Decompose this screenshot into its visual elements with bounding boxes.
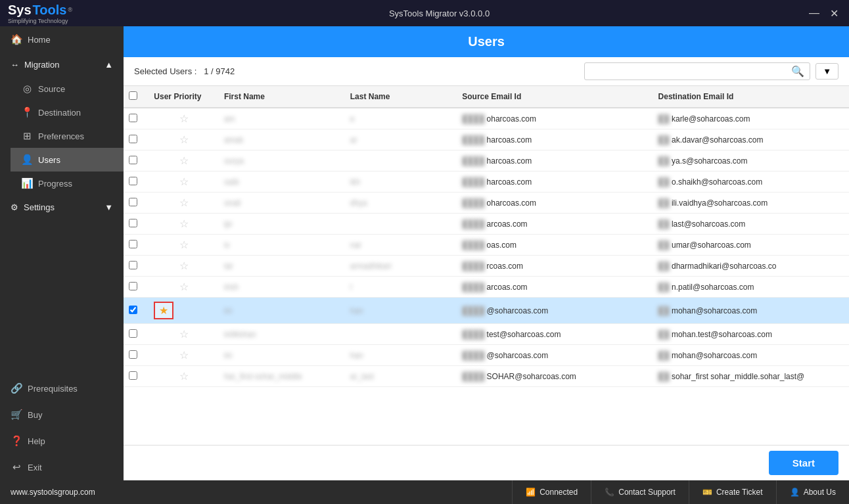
row-checkbox[interactable] <box>129 371 137 380</box>
table-body: ☆ame████ oharcoas.com██ karle@soharcoas.… <box>124 108 849 387</box>
dropdown-button[interactable]: ▼ <box>815 63 838 80</box>
sidebar-item-destination[interactable]: 📍 Destination <box>11 101 124 124</box>
sidebar-item-buy[interactable]: 🛒 Buy <box>0 401 124 428</box>
source-email-cell: ████ oharcoas.com <box>457 108 653 129</box>
prerequisites-icon: 🔗 <box>11 382 22 394</box>
star-icon[interactable]: ☆ <box>179 281 189 293</box>
col-header-check <box>124 86 149 108</box>
dest-email-cell: ██ ak.davar@soharcoas.com <box>653 129 849 150</box>
source-email-cell: ████ harcoas.com <box>457 129 653 150</box>
status-website: www.systoolsgroup.com <box>0 480 512 504</box>
priority-cell: ☆ <box>149 277 219 298</box>
search-icon: 🔍 <box>791 65 804 78</box>
start-button[interactable]: Start <box>769 451 838 475</box>
star-icon[interactable]: ☆ <box>179 370 189 382</box>
logo-tagline: Simplifying Technology <box>8 18 68 24</box>
first-name-cell: onali <box>219 193 345 214</box>
sidebar-preferences-label: Preferences <box>38 131 84 141</box>
sidebar-settings-header[interactable]: ⚙ Settings ▼ <box>0 195 124 219</box>
last-name-cell: armadhikari <box>345 256 457 277</box>
table-row: ☆lpi████ arcoas.com██ last@soharcoas.com <box>124 214 849 235</box>
sidebar-item-help[interactable]: ❓ Help <box>0 428 124 454</box>
dest-email-cell: ██ n.patil@soharcoas.com <box>653 277 849 298</box>
row-checkbox[interactable] <box>129 329 137 338</box>
row-checkbox[interactable] <box>129 156 137 164</box>
sidebar-migration-header[interactable]: ↔ Migration ▲ <box>0 53 124 77</box>
app-body: 🏠 Home ↔ Migration ▲ ◎ Source 📍 Destinat… <box>0 26 849 480</box>
window-controls: — ✕ <box>806 7 841 20</box>
table-row: ☆har_first sohar_middlear_last████ SOHAR… <box>124 366 849 387</box>
row-checkbox[interactable] <box>129 114 137 122</box>
status-about-us[interactable]: 👤 About Us <box>776 480 849 504</box>
first-name-cell: tal <box>219 256 345 277</box>
star-icon[interactable]: ☆ <box>179 260 189 272</box>
sidebar-item-home[interactable]: 🏠 Home <box>0 26 124 53</box>
sidebar-item-preferences[interactable]: ⊞ Preferences <box>11 124 124 148</box>
search-input[interactable] <box>590 66 787 76</box>
dest-email-cell: ██ last@soharcoas.com <box>653 214 849 235</box>
sidebar-item-prerequisites[interactable]: 🔗 Prerequisites <box>0 375 124 401</box>
source-icon: ◎ <box>21 83 33 95</box>
first-name-cell: irish <box>219 277 345 298</box>
start-bar: Start <box>124 445 849 480</box>
sidebar-source-label: Source <box>38 84 65 94</box>
priority-box: ★ <box>154 302 173 319</box>
last-name-cell <box>345 150 457 172</box>
col-header-dest: Destination Email Id <box>653 86 849 108</box>
close-button[interactable]: ✕ <box>827 7 841 20</box>
row-checkbox[interactable] <box>129 177 137 185</box>
dest-email-cell: ██ ya.s@soharcoas.com <box>653 150 849 172</box>
star-icon[interactable]: ☆ <box>179 112 189 125</box>
row-checkbox[interactable] <box>129 282 137 290</box>
about-icon: 👤 <box>790 488 800 497</box>
buy-icon: 🛒 <box>11 409 22 421</box>
progress-icon: 📊 <box>21 177 33 189</box>
source-email-cell: ████ oharcoas.com <box>457 193 653 214</box>
col-header-lname: Last Name <box>345 86 457 108</box>
status-connected[interactable]: 📶 Connected <box>512 480 591 504</box>
priority-cell: ☆ <box>149 193 219 214</box>
row-checkbox[interactable] <box>129 240 137 248</box>
sidebar-section-settings: ⚙ Settings ▼ <box>0 195 124 219</box>
last-name-cell <box>345 214 457 235</box>
star-icon[interactable]: ☆ <box>179 349 189 361</box>
last-name-cell: han <box>345 345 457 366</box>
status-contact-support[interactable]: 📞 Contact Support <box>591 480 689 504</box>
row-checkbox[interactable] <box>129 135 137 143</box>
star-icon[interactable]: ☆ <box>179 328 189 340</box>
dest-email-cell: ██ mohan@soharcoas.com <box>653 345 849 366</box>
star-icon[interactable]: ☆ <box>179 133 189 146</box>
status-create-ticket[interactable]: 🎫 Create Ticket <box>689 480 776 504</box>
source-email-cell: ████ oas.com <box>457 235 653 256</box>
minimize-button[interactable]: — <box>806 7 822 20</box>
star-icon[interactable]: ☆ <box>179 154 189 167</box>
select-all-checkbox[interactable] <box>129 91 137 100</box>
priority-cell: ☆ <box>149 366 219 387</box>
row-checkbox[interactable] <box>129 350 137 359</box>
row-checkbox[interactable] <box>129 219 137 227</box>
dest-email-cell: ██ o.shaikh@soharcoas.com <box>653 172 849 193</box>
dest-email-cell: ██ sohar_first sohar_middle.sohar_last@ <box>653 366 849 387</box>
row-checkbox[interactable] <box>129 261 137 269</box>
star-icon[interactable]: ☆ <box>179 218 189 230</box>
logo-tools: Tools <box>33 3 67 18</box>
last-name-cell: han <box>345 298 457 324</box>
sidebar-item-exit[interactable]: ↩ Exit <box>0 454 124 480</box>
last-name-cell: e <box>345 108 457 129</box>
star-icon[interactable]: ★ <box>159 304 168 317</box>
first-name-cell: ourya <box>219 150 345 172</box>
dest-email-cell: ██ dharmadhikari@soharcoas.co <box>653 256 849 277</box>
first-name-cell: iv <box>219 235 345 256</box>
row-checkbox[interactable] <box>129 306 137 314</box>
sidebar-item-progress[interactable]: 📊 Progress <box>11 172 124 195</box>
col-header-source: Source Email Id <box>457 86 653 108</box>
sidebar-item-users[interactable]: 👤 Users <box>11 148 124 172</box>
star-icon[interactable]: ☆ <box>179 239 189 251</box>
star-icon[interactable]: ☆ <box>179 196 189 209</box>
col-header-priority: User Priority <box>149 86 219 108</box>
priority-cell: ☆ <box>149 129 219 150</box>
preferences-icon: ⊞ <box>21 130 33 142</box>
sidebar-item-source[interactable]: ◎ Source <box>11 77 124 101</box>
row-checkbox[interactable] <box>129 198 137 206</box>
star-icon[interactable]: ☆ <box>179 175 189 188</box>
